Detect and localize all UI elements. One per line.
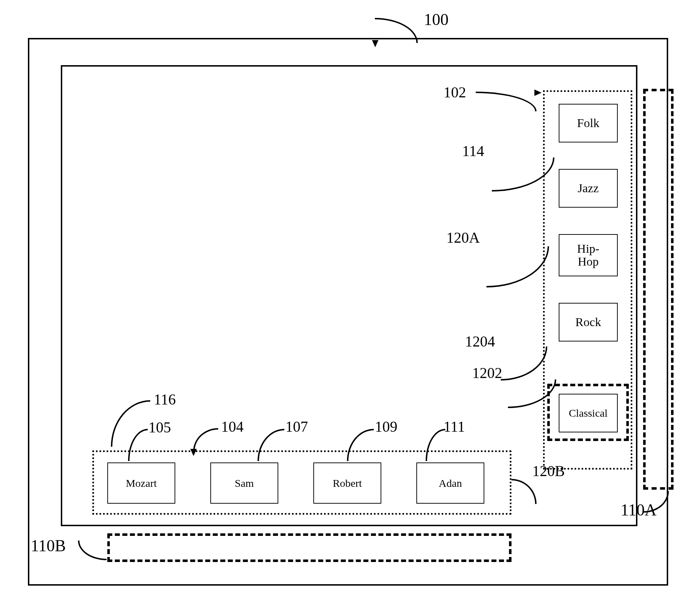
genre-jazz-label: Jazz [578, 182, 599, 195]
diagram-canvas: 100 110A 110B Folk Jazz Hip- Hop Rock Cl… [0, 0, 700, 596]
genre-hip-hop[interactable]: Hip- Hop [559, 234, 618, 276]
artist-adan-label: Adan [439, 478, 462, 489]
ref-105: 105 [148, 419, 171, 436]
arrowhead-104 [190, 449, 197, 456]
artist-adan[interactable]: Adan [416, 462, 484, 504]
ref-107: 107 [285, 418, 308, 435]
genre-jazz[interactable]: Jazz [559, 169, 618, 208]
genre-folk[interactable]: Folk [559, 104, 618, 142]
leader-100 [375, 18, 418, 43]
ref-1202: 1202 [472, 364, 502, 382]
region-110A [643, 89, 674, 490]
ref-114: 114 [462, 142, 484, 160]
genre-rock[interactable]: Rock [559, 303, 618, 341]
genre-rock-label: Rock [576, 316, 601, 329]
artist-sam-label: Sam [235, 478, 254, 489]
ref-110B: 110B [31, 536, 66, 555]
genre-classical[interactable]: Classical [559, 394, 618, 432]
ref-1204: 1204 [465, 333, 495, 350]
ref-100: 100 [424, 10, 449, 29]
ref-120A: 120A [446, 229, 480, 246]
ref-111: 111 [444, 418, 465, 435]
arrowhead-100 [372, 40, 378, 47]
artist-mozart-label: Mozart [126, 478, 157, 489]
genre-folk-label: Folk [577, 117, 599, 130]
ref-120B: 120B [532, 462, 565, 480]
artist-robert-label: Robert [333, 478, 362, 489]
ref-104: 104 [221, 418, 244, 435]
region-110B [107, 533, 511, 562]
artist-robert[interactable]: Robert [313, 462, 381, 504]
artist-sam[interactable]: Sam [210, 462, 278, 504]
ref-109: 109 [375, 418, 397, 435]
ref-102: 102 [444, 84, 466, 101]
arrowhead-102 [534, 89, 542, 96]
ref-116: 116 [154, 391, 176, 408]
genre-classical-label: Classical [569, 407, 607, 419]
genre-hiphop-label: Hip- Hop [577, 242, 599, 268]
artist-mozart[interactable]: Mozart [107, 462, 175, 504]
